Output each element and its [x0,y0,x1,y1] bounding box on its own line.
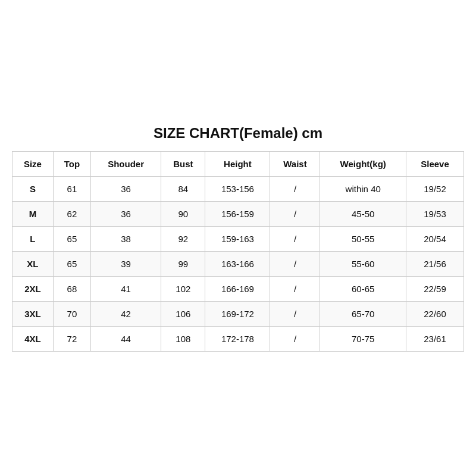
table-header-row: SizeTopShouderBustHeightWaistWeight(kg)S… [12,151,464,176]
column-header: Bust [161,151,205,176]
chart-title: SIZE CHART(Female) cm [12,125,464,142]
table-cell: within 40 [320,176,406,201]
column-header: Size [12,151,54,176]
table-cell: 42 [90,301,161,326]
table-row: 3XL7042106169-172/65-7022/60 [12,301,464,326]
table-cell: 72 [53,326,90,351]
table-cell: 19/53 [406,201,464,226]
table-cell: 102 [161,276,205,301]
table-cell: 62 [53,201,90,226]
size-chart-table: SizeTopShouderBustHeightWaistWeight(kg)S… [12,151,464,352]
table-row: S613684153-156/within 4019/52 [12,176,464,201]
table-cell: 70 [53,301,90,326]
table-cell: 4XL [12,326,54,351]
table-row: 4XL7244108172-178/70-7523/61 [12,326,464,351]
table-cell: XL [12,251,54,276]
table-cell: 2XL [12,276,54,301]
table-cell: 65 [53,226,90,251]
table-cell: 19/52 [406,176,464,201]
table-cell: 92 [161,226,205,251]
table-cell: 39 [90,251,161,276]
table-row: L653892159-163/50-5520/54 [12,226,464,251]
table-cell: 166-169 [205,276,270,301]
table-cell: 60-65 [320,276,406,301]
table-cell: / [270,301,320,326]
column-header: Shouder [90,151,161,176]
table-cell: 172-178 [205,326,270,351]
table-cell: S [12,176,54,201]
table-cell: 45-50 [320,201,406,226]
table-cell: L [12,226,54,251]
table-cell: 22/59 [406,276,464,301]
table-cell: 169-172 [205,301,270,326]
table-cell: 70-75 [320,326,406,351]
table-cell: 65 [53,251,90,276]
column-header: Sleeve [406,151,464,176]
table-cell: 99 [161,251,205,276]
table-cell: 156-159 [205,201,270,226]
table-row: 2XL6841102166-169/60-6522/59 [12,276,464,301]
table-cell: 50-55 [320,226,406,251]
table-row: XL653999163-166/55-6021/56 [12,251,464,276]
table-cell: 84 [161,176,205,201]
chart-container: SIZE CHART(Female) cm SizeTopShouderBust… [6,119,470,358]
table-cell: 20/54 [406,226,464,251]
table-cell: 163-166 [205,251,270,276]
column-header: Top [53,151,90,176]
table-row: M623690156-159/45-5019/53 [12,201,464,226]
table-cell: / [270,226,320,251]
table-cell: 159-163 [205,226,270,251]
table-cell: 61 [53,176,90,201]
table-cell: 108 [161,326,205,351]
table-cell: 55-60 [320,251,406,276]
table-cell: 41 [90,276,161,301]
table-cell: 21/56 [406,251,464,276]
table-cell: 36 [90,201,161,226]
column-header: Weight(kg) [320,151,406,176]
table-cell: 68 [53,276,90,301]
table-cell: / [270,276,320,301]
table-cell: 90 [161,201,205,226]
table-cell: 23/61 [406,326,464,351]
table-cell: / [270,176,320,201]
table-cell: / [270,251,320,276]
table-cell: 38 [90,226,161,251]
table-cell: M [12,201,54,226]
table-cell: 22/60 [406,301,464,326]
table-cell: 65-70 [320,301,406,326]
column-header: Height [205,151,270,176]
table-cell: 106 [161,301,205,326]
column-header: Waist [270,151,320,176]
table-cell: 153-156 [205,176,270,201]
table-cell: 44 [90,326,161,351]
table-cell: / [270,201,320,226]
table-cell: / [270,326,320,351]
table-cell: 3XL [12,301,54,326]
table-cell: 36 [90,176,161,201]
